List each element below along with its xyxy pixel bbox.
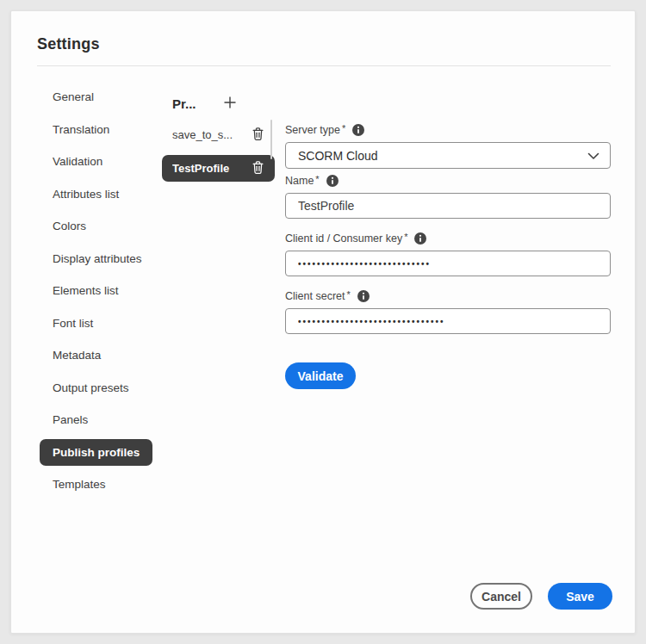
add-profile-button[interactable]	[219, 92, 241, 115]
info-icon[interactable]	[352, 124, 364, 136]
info-icon[interactable]	[357, 290, 370, 302]
client-id-input[interactable]	[285, 251, 611, 276]
sidebar-item-validation[interactable]: Validation	[40, 146, 160, 178]
plus-icon	[223, 96, 237, 112]
profiles-header: Pr...	[172, 92, 275, 115]
settings-sidebar: General Translation Validation Attribute…	[40, 81, 160, 501]
profile-row-testprofile[interactable]: TestProfile	[162, 155, 275, 182]
trash-icon	[252, 160, 264, 177]
profiles-scrollbar[interactable]	[270, 120, 272, 159]
client-id-label: Client id / Consumer key*	[285, 232, 426, 245]
cancel-button[interactable]: Cancel	[470, 583, 532, 610]
sidebar-item-panels[interactable]: Panels	[40, 404, 160, 437]
sidebar-item-publish-profiles[interactable]: Publish profiles	[40, 437, 160, 469]
name-input[interactable]	[285, 193, 611, 219]
sidebar-item-display-attributes[interactable]: Display attributes	[40, 243, 160, 276]
server-type-label: Server type*	[285, 124, 364, 136]
settings-dialog: Settings General Translation Validation …	[10, 10, 636, 634]
profiles-list: Pr... save_to_s... TestProfile	[162, 92, 275, 182]
sidebar-item-output-presets[interactable]: Output presets	[40, 372, 160, 405]
save-button[interactable]: Save	[548, 583, 612, 610]
info-icon[interactable]	[414, 232, 426, 245]
sidebar-item-attributes-list[interactable]: Attributes list	[40, 178, 160, 211]
profiles-header-label: Pr...	[172, 96, 196, 111]
page-title: Settings	[37, 35, 100, 53]
name-label: Name*	[285, 175, 339, 187]
sidebar-item-metadata[interactable]: Metadata	[40, 339, 160, 372]
profile-label: save_to_s...	[172, 128, 246, 141]
sidebar-item-elements-list[interactable]: Elements list	[40, 275, 160, 307]
sidebar-item-colors[interactable]: Colors	[40, 210, 160, 243]
client-secret-label: Client secret*	[285, 290, 370, 302]
server-type-value: SCORM Cloud	[298, 149, 587, 163]
delete-profile-button[interactable]	[252, 160, 264, 177]
sidebar-item-font-list[interactable]: Font list	[40, 307, 160, 340]
validate-button[interactable]: Validate	[285, 362, 356, 389]
chevron-down-icon	[587, 148, 599, 164]
profile-row-save-to-s[interactable]: save_to_s...	[162, 121, 275, 148]
sidebar-item-templates[interactable]: Templates	[40, 468, 160, 501]
trash-icon	[252, 127, 264, 144]
server-type-select[interactable]: SCORM Cloud	[285, 142, 611, 169]
delete-profile-button[interactable]	[252, 127, 264, 144]
sidebar-item-translation[interactable]: Translation	[40, 114, 160, 146]
client-secret-input[interactable]	[285, 308, 611, 334]
profile-label: TestProfile	[172, 162, 246, 175]
title-divider	[37, 65, 611, 66]
sidebar-item-general[interactable]: General	[40, 81, 160, 114]
info-icon[interactable]	[326, 175, 339, 187]
